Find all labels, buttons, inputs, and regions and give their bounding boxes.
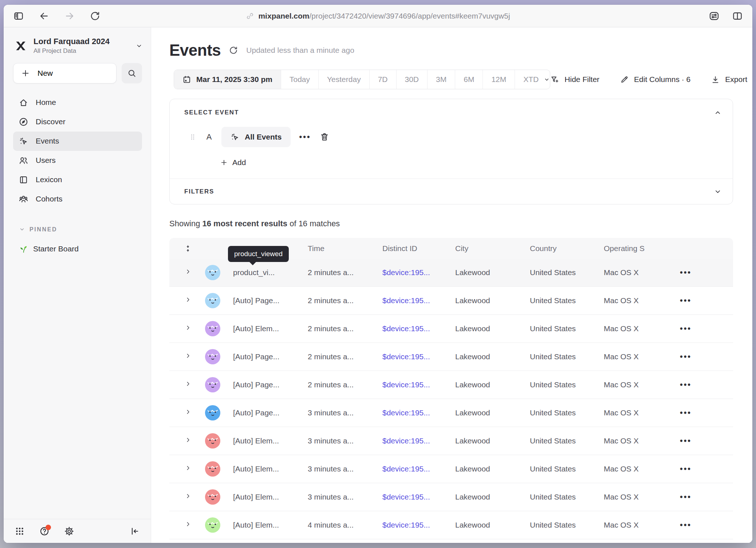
- table-row[interactable]: [Auto] Page...2 minutes a...$device:195.…: [169, 343, 733, 371]
- table-row[interactable]: [Auto] Elem...3 minutes a...$device:195.…: [169, 483, 733, 511]
- table-row[interactable]: [Auto] Elem...2 minutes a...$device:195.…: [169, 315, 733, 343]
- date-segment-6m[interactable]: 6M: [455, 70, 483, 89]
- row-expand-chevron-icon[interactable]: [185, 296, 192, 305]
- row-more-button[interactable]: •••: [680, 325, 692, 333]
- page-settings-icon[interactable]: [709, 11, 720, 21]
- row-expand-chevron-icon[interactable]: [185, 437, 192, 445]
- sidebar-toggle-icon[interactable]: [13, 11, 24, 21]
- link-icon: [246, 12, 254, 20]
- country-cell: United States: [521, 437, 595, 445]
- row-more-button[interactable]: •••: [680, 353, 692, 361]
- date-segment-7d[interactable]: 7D: [369, 70, 396, 89]
- hide-filter-button[interactable]: Hide Filter: [550, 75, 599, 84]
- sidebar-item-lexicon[interactable]: Lexicon: [13, 170, 142, 189]
- date-segment-xtd[interactable]: XTD: [515, 70, 550, 89]
- expand-section-icon[interactable]: [714, 188, 722, 196]
- reload-icon[interactable]: [90, 11, 101, 21]
- updated-status: Updated less than a minute ago: [246, 46, 354, 55]
- row-expand-chevron-icon[interactable]: [185, 521, 192, 529]
- row-expand-chevron-icon[interactable]: [185, 408, 192, 417]
- trash-icon[interactable]: [320, 132, 329, 142]
- edit-columns-button[interactable]: Edit Columns · 6: [620, 75, 690, 84]
- row-more-button[interactable]: •••: [680, 409, 692, 417]
- row-expand-chevron-icon[interactable]: [185, 352, 192, 361]
- sidebar-item-users[interactable]: Users: [13, 151, 142, 170]
- collapse-sidebar-icon[interactable]: [130, 526, 140, 536]
- date-segment-12m[interactable]: 12M: [483, 70, 515, 89]
- row-expand-chevron-icon[interactable]: [185, 465, 192, 473]
- date-segment-today[interactable]: Today: [281, 70, 318, 89]
- city-cell: Lakewood: [446, 493, 521, 501]
- distinct-id-link[interactable]: $device:195...: [373, 296, 446, 305]
- date-segment-3m[interactable]: 3M: [427, 70, 455, 89]
- distinct-id-link[interactable]: $device:195...: [373, 437, 446, 445]
- row-expand-chevron-icon[interactable]: [185, 324, 192, 333]
- table-row[interactable]: [Auto] Elem...3 minutes a...$device:195.…: [169, 427, 733, 455]
- column-header: Distinct ID: [373, 244, 446, 253]
- time-cell: 2 minutes a...: [299, 352, 373, 361]
- new-button[interactable]: New: [13, 63, 117, 83]
- chevron-down-icon: [19, 226, 25, 232]
- row-more-button[interactable]: •••: [680, 381, 692, 389]
- pinned-section-header[interactable]: PINNED: [19, 226, 151, 233]
- os-cell: Mac OS X: [595, 324, 664, 333]
- event-name-cell: [Auto] Page...: [224, 380, 299, 389]
- date-segment-30d[interactable]: 30D: [396, 70, 428, 89]
- split-view-icon[interactable]: [732, 11, 743, 21]
- sidebar-item-cohorts[interactable]: Cohorts: [13, 189, 142, 209]
- event-more-button[interactable]: •••: [299, 133, 311, 141]
- time-cell: 4 minutes a...: [299, 521, 373, 529]
- row-more-button[interactable]: •••: [680, 465, 692, 473]
- distinct-id-link[interactable]: $device:195...: [373, 521, 446, 529]
- all-events-chip[interactable]: All Events: [221, 127, 291, 147]
- table-row[interactable]: [169, 539, 733, 543]
- project-switcher[interactable]: Lord Farquaad 2024 All Project Data: [14, 37, 143, 55]
- sidebar-item-starter-board[interactable]: Starter Board: [19, 244, 151, 254]
- collapse-section-icon[interactable]: [714, 109, 722, 117]
- export-button[interactable]: Export: [711, 75, 747, 84]
- forward-icon: [64, 11, 75, 21]
- help-icon[interactable]: [39, 526, 50, 536]
- table-row[interactable]: [Auto] Elem...3 minutes a...$device:195.…: [169, 455, 733, 483]
- sidebar-item-home[interactable]: Home: [13, 93, 142, 112]
- distinct-id-link[interactable]: $device:195...: [373, 493, 446, 501]
- event-avatar-icon: [205, 461, 220, 477]
- distinct-id-link[interactable]: $device:195...: [373, 380, 446, 389]
- row-expand-chevron-icon[interactable]: [185, 380, 192, 389]
- search-button[interactable]: [122, 63, 142, 83]
- time-cell: 3 minutes a...: [299, 465, 373, 473]
- sidebar-item-events[interactable]: Events: [13, 132, 142, 151]
- address-bar[interactable]: mixpanel.com/project/3472420/view/397469…: [246, 5, 510, 27]
- row-more-button[interactable]: •••: [680, 493, 692, 501]
- distinct-id-link[interactable]: $device:195...: [373, 352, 446, 361]
- drag-handle-icon[interactable]: [189, 133, 197, 141]
- distinct-id-link[interactable]: $device:195...: [373, 465, 446, 473]
- add-event-button[interactable]: Add: [220, 158, 246, 167]
- row-more-button[interactable]: •••: [680, 269, 692, 277]
- table-row[interactable]: [Auto] Page...2 minutes a...$device:195.…: [169, 371, 733, 399]
- date-segment-mar-11-2025-3-30-pm[interactable]: Mar 11, 2025 3:30 pm: [174, 70, 281, 89]
- sidebar-item-discover[interactable]: Discover: [13, 112, 142, 132]
- row-expand-chevron-icon[interactable]: [185, 493, 192, 501]
- time-cell: 3 minutes a...: [299, 437, 373, 445]
- distinct-id-link[interactable]: $device:195...: [373, 268, 446, 277]
- row-more-button[interactable]: •••: [680, 297, 692, 305]
- page-title: Events: [169, 41, 221, 59]
- apps-grid-icon[interactable]: [15, 526, 25, 536]
- date-segment-yesterday[interactable]: Yesterday: [318, 70, 369, 89]
- row-expand-chevron-icon[interactable]: [185, 268, 192, 277]
- city-cell: Lakewood: [446, 324, 521, 333]
- row-more-button[interactable]: •••: [680, 521, 692, 529]
- table-row[interactable]: [Auto] Elem...4 minutes a...$device:195.…: [169, 511, 733, 539]
- filters-section[interactable]: FILTERS: [170, 179, 733, 204]
- table-row[interactable]: [Auto] Page...2 minutes a...$device:195.…: [169, 287, 733, 315]
- refresh-icon[interactable]: [229, 46, 238, 55]
- back-icon[interactable]: [39, 11, 50, 21]
- distinct-id-link[interactable]: $device:195...: [373, 408, 446, 417]
- row-more-button[interactable]: •••: [680, 437, 692, 445]
- table-row[interactable]: [Auto] Page...3 minutes a...$device:195.…: [169, 399, 733, 427]
- distinct-id-link[interactable]: $device:195...: [373, 324, 446, 333]
- gear-icon[interactable]: [64, 526, 74, 536]
- browser-toolbar: mixpanel.com/project/3472420/view/397469…: [4, 5, 752, 27]
- collapse-all-rows-icon[interactable]: [169, 244, 201, 253]
